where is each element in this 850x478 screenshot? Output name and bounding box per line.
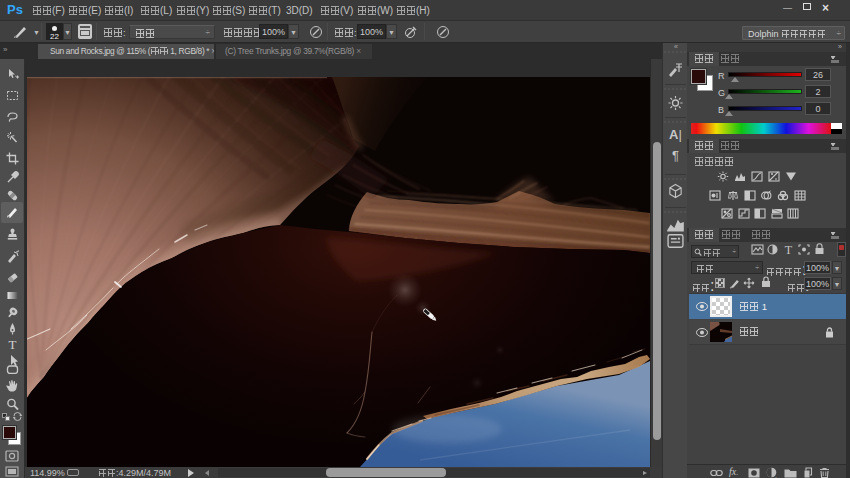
svg-text:T: T xyxy=(785,243,793,255)
svg-text:T: T xyxy=(8,338,16,351)
svg-text:.: . xyxy=(775,472,777,478)
